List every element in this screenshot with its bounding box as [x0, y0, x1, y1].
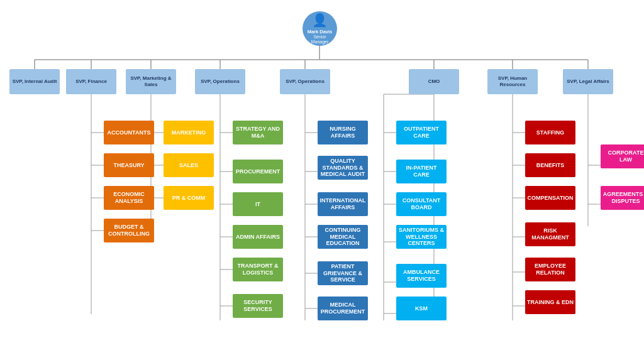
benefits: BENEFITS: [525, 153, 575, 177]
risk-managment: RISK MANAGMENT: [525, 222, 575, 246]
budget-controlling: BUDGET & CONTROLLING: [104, 219, 154, 242]
quality-standards: QUALITY STANDARDS & MEDICAL AUDIT: [318, 156, 368, 180]
svp-operations-1: SVP, Operations: [195, 69, 245, 94]
admin-affairs: ADMIN AFFAIRS: [233, 225, 283, 249]
international-affairs: INTERNATIONAL AFFAIRS: [318, 192, 368, 216]
economic-analysis: ECONOMIC ANALYSIS: [104, 186, 154, 210]
marketing: MARKETING: [164, 121, 214, 144]
patient-grievance: PATIENT GRIEVANCE & SERVICE: [318, 261, 368, 285]
nursing-affairs: NURSING AFFAIRS: [318, 121, 368, 144]
manager-name: Mark Davis: [308, 29, 333, 35]
avatar-icon: 👤: [312, 13, 328, 28]
consultant-board: CONSULTANT BOARD: [396, 192, 447, 216]
accountants: ACCOUNTANTS: [104, 121, 154, 144]
sales: SALES: [164, 153, 214, 177]
org-chart: 👤 Mark Davis Senior Manager SVP, Interna…: [0, 0, 644, 343]
sanitoriums-wellness: SANITORIUMS & WELLNESS CENTERS: [396, 225, 447, 249]
staffing: STAFFING: [525, 121, 575, 144]
svp-hr: SVP, Human Resources: [487, 69, 538, 94]
manager-title: Senior Manager: [304, 35, 335, 45]
employee-relation: EMPLOYEE RELATION: [525, 258, 575, 281]
ambulance-services: AMBULANCE SERVICES: [396, 264, 447, 288]
cmo: CMO: [409, 69, 459, 94]
svp-operations-2: SVP, Operations: [280, 69, 330, 94]
outpatient-care: OUTPATIENT CARE: [396, 121, 447, 144]
svp-finance: SVP, Finance: [66, 69, 116, 94]
theasury: THEASURY: [104, 153, 154, 177]
training-edn: TRAINING & EDN: [525, 290, 575, 314]
strategy-ma: STRATEGY AND M&A: [233, 121, 283, 144]
corporate-law: CORPORATE LAW: [601, 144, 644, 168]
transport-logistics: TRANSPORT & LOGISTICS: [233, 258, 283, 281]
procurement: PROCUREMENT: [233, 160, 283, 183]
svp-internal-audit: SVP, Internal Audit: [9, 69, 60, 94]
top-manager-node: 👤 Mark Davis Senior Manager: [303, 11, 337, 46]
svp-legal: SVP, Legal Affairs: [563, 69, 613, 94]
compensation: COMPENSATION: [525, 186, 575, 210]
continuing-medical-education: CONTINUING MEDICAL EDUCATION: [318, 225, 368, 249]
in-patient-care: IN-PATIENT CARE: [396, 160, 447, 183]
svp-marketing-sales: SVP, Marketing & Sales: [126, 69, 176, 94]
agreements-disputes: AGREEMENTS & DISPUTES: [601, 186, 644, 210]
it: IT: [233, 192, 283, 216]
ksm: KSM: [396, 297, 447, 320]
pr-comm: PR & COMM: [164, 186, 214, 210]
medical-procurement: MEDICAL PROCUREMENT: [318, 297, 368, 320]
security-services: SECURITY SERVICES: [233, 294, 283, 318]
